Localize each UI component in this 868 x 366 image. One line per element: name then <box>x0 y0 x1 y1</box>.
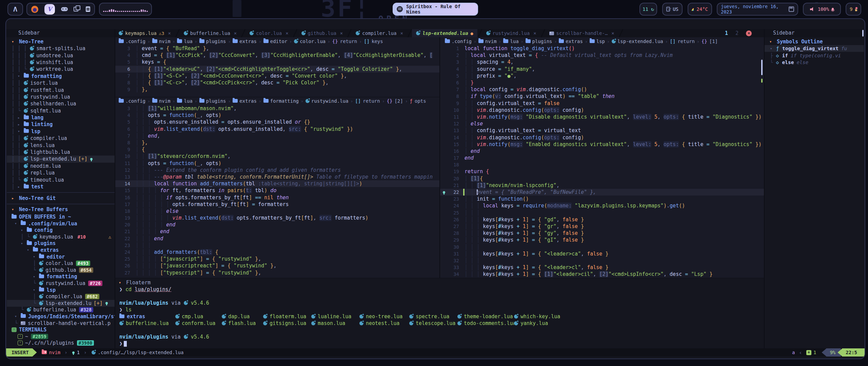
breadcrumb-item[interactable]: plugins <box>199 39 226 44</box>
tree-expander-icon[interactable]: ▾ <box>18 129 24 134</box>
breadcrumb-item[interactable]: plugins <box>199 98 226 104</box>
ls-entry-which-key-lua[interactable]: which-key.lua <box>514 313 757 320</box>
code-line-21[interactable]: 21│ │ │ │ end <box>115 228 439 235</box>
code-line-15[interactable]: 15│ │ vim.notify(msg: "Enabled diagnosti… <box>440 141 764 148</box>
breadcrumb-item[interactable]: editor <box>263 39 288 44</box>
tree-expander-icon[interactable]: ▾ <box>27 248 33 252</box>
neotree-git-section-header[interactable]: ▸ Neo-Tree Git <box>7 195 115 202</box>
ls-entry-conform-lua[interactable]: conform.lua <box>175 320 222 326</box>
code-line-18[interactable]: 18 <box>440 161 764 168</box>
terminal-line[interactable]: ❯ <box>115 340 764 347</box>
tree-item-winshift-lua[interactable]: │ │ │ winshift.lua <box>7 59 115 66</box>
ls-entry-lualine-lua[interactable]: lualine.lua <box>311 313 359 320</box>
windows-stack-icon[interactable] <box>74 7 78 12</box>
tree-expander-icon[interactable]: ▾ <box>33 274 39 279</box>
breadcrumb-item[interactable]: color.lua <box>294 39 326 44</box>
code-editor-lsp-extended-lua[interactable]: 1local function toggle_diag_virtext()2│ … <box>440 45 764 278</box>
terminal-line[interactable] <box>115 327 764 333</box>
tree-item-~-c-n-l-plugins[interactable]: ›~/.c/n/l/plugins#3980 <box>7 340 115 346</box>
tree-item-rustywind-lua[interactable]: │ │ rustywind.lua <box>7 94 115 100</box>
breadcrumb-item[interactable]: formatting <box>263 98 299 104</box>
app-launcher-button[interactable]: Λ <box>7 3 23 16</box>
code-line-9[interactable]: 9│ { <box>115 146 439 153</box>
terminal-line[interactable]: nvim/lua/plugins via v5.4.6 <box>115 333 764 340</box>
code-line-6[interactable]: 6│ │ { [1]"<leader>uC", [2]"<cmd>CccHigh… <box>115 66 439 73</box>
code-editor-color-lua[interactable]: 3│ event = { "BufRead" },4│ cmd = { [1]"… <box>115 45 439 93</box>
breadcrumb-item[interactable]: .config <box>445 39 472 44</box>
tree-expander-icon[interactable]: ▾ <box>18 74 24 78</box>
code-editor-rustywind-lua[interactable]: 3│ │ [1]"williamboman/mason.nvim",4│ │ o… <box>115 105 439 277</box>
code-line-17[interactable]: 17end <box>440 155 764 161</box>
breadcrumb-item[interactable]: nvim <box>152 39 171 44</box>
code-line-26[interactable]: 26│ │ │ │ ["javascriptreact"] = { "rusty… <box>115 262 439 269</box>
code-line-3[interactable]: 3│ │ spacing = 4, <box>440 59 764 65</box>
code-line-14[interactable]: 14│ │ │ local function add_formatters(tb… <box>115 180 439 187</box>
code-line-4[interactable]: 4│ │ source = "if_many", <box>440 66 764 73</box>
keyboard-layout-widget[interactable]: US <box>662 3 683 16</box>
breadcrumb-item[interactable]: lua <box>177 39 192 44</box>
tree-item-terminals[interactable]: ›TERMINALS <box>7 326 115 333</box>
ls-entry-dap-lua[interactable]: dap.lua <box>222 313 263 320</box>
code-line-3[interactable]: 3│ event = { "BufRead" }, <box>115 45 439 52</box>
code-line-19[interactable]: 19return { <box>440 168 764 175</box>
tree-expander-icon[interactable]: ▾ <box>21 228 27 232</box>
code-line-10[interactable]: 10│ │ vim.diagnostic.config(opts: config… <box>440 107 764 114</box>
code-line-7[interactable]: 7│ │ end, <box>115 133 439 139</box>
code-line-33[interactable]: 33│ │ │ keys[#keys + 1] = { "<leader>cl"… <box>440 264 764 271</box>
code-line-13[interactable]: 13│ │ config.virtual_text = virtual_text <box>440 127 764 134</box>
tree-expander-icon[interactable]: ▾ <box>770 46 776 51</box>
code-line-23[interactable]: 23│ │ │ <box>115 242 439 249</box>
symbol-else[interactable]: └ ◇elseelse <box>765 59 864 66</box>
ls-entry-spectre-lua[interactable]: spectre.lua <box>409 313 457 320</box>
code-line-25[interactable]: 25│ │ │ <box>440 209 764 216</box>
neotree-buffers-section-header[interactable]: ▾ Neo-Tree Buffers <box>7 206 115 213</box>
code-line-17[interactable]: 17│ │ │ │ │ │ opts.formatters_by_ft[ft] … <box>115 201 439 208</box>
tree-item-isort-lua[interactable]: │ │ isort.lua <box>7 80 115 86</box>
tree-expander-icon[interactable]: ▸ <box>18 122 24 127</box>
tree-expander-icon[interactable]: ▾ <box>33 255 39 259</box>
weather-widget[interactable]: 24°C <box>688 3 712 16</box>
scrollbar-thumb[interactable] <box>761 60 763 75</box>
code-line-12[interactable]: 12│ else <box>440 120 764 127</box>
tree-item-lsp[interactable]: ▾lsp <box>7 287 115 293</box>
code-line-26[interactable]: 26│ │ │ keys[#keys + 1] = { "gd", false … <box>440 216 764 223</box>
code-line-5[interactable]: 5│ │ │ opts.ensure_installed = opts.ensu… <box>115 119 439 125</box>
tree-item-color-lua[interactable]: │ color.lua#493 <box>7 260 115 267</box>
breadcrumb-item[interactable]: extras <box>233 98 257 104</box>
code-line-20[interactable]: 20│ │ │ │ │ end <box>115 221 439 228</box>
symbols-outline-header[interactable]: ▾ Symbols Outline <box>765 38 864 45</box>
tree-item-compiler-lua[interactable]: │ │ compiler.lua <box>7 135 115 142</box>
code-line-8[interactable]: 8│ if type(v: config.virtual_text) == "t… <box>440 93 764 100</box>
code-line-22[interactable]: 22│ │ event = { "BufReadPre", "BufNewFil… <box>440 189 764 196</box>
code-line-32[interactable]: 32│ │ │ <box>440 257 764 264</box>
tree-item-extras[interactable]: ▾extras <box>7 247 115 253</box>
code-line-6[interactable]: 6│ │ │ vim.list_extend(dst: opts.ensure_… <box>115 126 439 133</box>
tree-item-lightbulb-lua[interactable]: │ │ lightbulb.lua <box>7 149 115 156</box>
tree-item-rustfmt-lua[interactable]: │ │ rustfmt.lua <box>7 86 115 93</box>
ls-entry-mason-lua[interactable]: mason.lua <box>311 320 359 326</box>
floaterm-header[interactable]: ▾ Floaterm <box>115 279 764 286</box>
code-line-19[interactable]: 19│ │ │ │ │ │ vim.list_extend(dst: opts.… <box>115 215 439 221</box>
breadcrumb-item[interactable]: plugins <box>526 39 552 44</box>
code-line-31[interactable]: 31│ │ │ keys[#keys + 1] = { "<leader>ca"… <box>440 250 764 257</box>
outline-scrollbar-thumb[interactable] <box>862 30 864 37</box>
ls-entry-yanky-lua[interactable]: yanky.lua <box>514 320 757 326</box>
code-line-29[interactable]: 29│ │ │ keys[#keys + 1] = { "gI", false … <box>440 237 764 243</box>
tree-item-undotree-lua[interactable]: │ │ │ undotree.lua <box>7 52 115 59</box>
breadcrumb-item[interactable]: lua <box>177 98 192 104</box>
tree-item-linting[interactable]: │ ▸linting <box>7 121 115 128</box>
terminal-line[interactable]: ❯ cd lua/plugins/ <box>115 286 764 293</box>
tree-item-worktree-lua[interactable]: │ │ └ worktree.lua <box>7 66 115 73</box>
ls-entry-todo-comments-lua[interactable]: todo-comments.lua <box>457 320 514 326</box>
code-line-27[interactable]: 27│ │ │ │ ["typescript"] = { "rustywind"… <box>115 269 439 276</box>
date-widget[interactable]: jueves, noviembre 16, 2023 <box>717 3 798 16</box>
ls-entry-extras[interactable]: extras <box>119 313 175 320</box>
code-line-11[interactable]: 11│ │ opts = function(_, opts) <box>115 160 439 167</box>
ls-entry-gitsigns-lua[interactable]: gitsigns.lua <box>263 320 311 326</box>
tree-item-timeout-lua[interactable]: │ └ timeout.lua <box>7 176 115 183</box>
code-line-9[interactable]: 9│ │ config.virtual_text = false <box>440 100 764 107</box>
code-line-4[interactable]: 4│ │ opts = function(_, opts) <box>115 112 439 119</box>
terminal-line[interactable]: nvim/lua/plugins via v5.4.6 <box>115 300 764 306</box>
updates-widget[interactable]: 11 ↻ <box>639 3 657 16</box>
code-line-8[interactable]: 8│ │ { [1]"<C-c>", [2]"<cmd>CccPick<cr>"… <box>115 79 439 86</box>
